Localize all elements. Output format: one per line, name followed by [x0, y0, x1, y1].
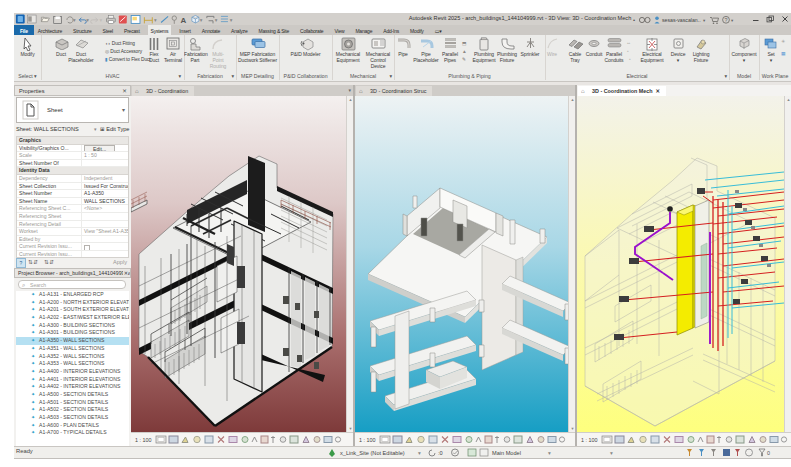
- svg-text:sesas-vascalan..: sesas-vascalan..: [662, 17, 701, 23]
- svg-text:•: •: [633, 17, 635, 23]
- svg-text:▾: ▾: [418, 450, 421, 456]
- svg-text:▾: ▾: [73, 17, 76, 23]
- svg-text::0: :0: [438, 450, 443, 456]
- svg-text:▾: ▾: [731, 18, 734, 23]
- svg-text:▾: ▾: [200, 17, 203, 23]
- svg-text:▾: ▾: [610, 450, 613, 456]
- svg-text:▾: ▾: [230, 17, 233, 23]
- svg-text:▾: ▾: [154, 17, 157, 23]
- svg-text:▾: ▾: [86, 17, 89, 23]
- svg-text:▾: ▾: [122, 107, 125, 113]
- svg-text:0: 0: [767, 450, 770, 456]
- svg-text:x_Link_Site (Not Editable): x_Link_Site (Not Editable): [340, 450, 405, 456]
- svg-text:A: A: [180, 16, 186, 25]
- svg-text:▾: ▾: [703, 18, 706, 23]
- svg-text:▾: ▾: [99, 17, 102, 23]
- svg-text:Sheet: Sheet: [47, 107, 63, 113]
- svg-text:▾: ▾: [215, 17, 218, 23]
- svg-text:?: ?: [725, 17, 728, 23]
- svg-text:Main Model: Main Model: [492, 450, 521, 456]
- svg-text:▾: ▾: [548, 450, 551, 456]
